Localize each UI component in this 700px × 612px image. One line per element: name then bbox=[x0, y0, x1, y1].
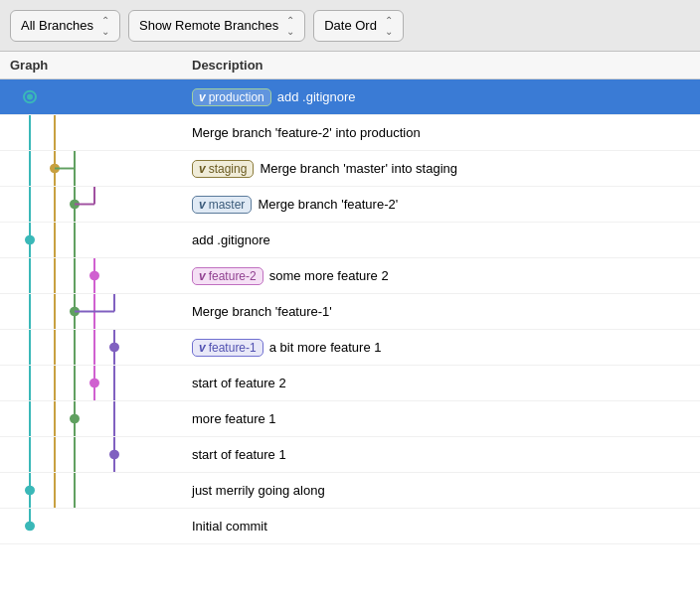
commit-message: Initial commit bbox=[192, 519, 267, 534]
commit-message: more feature 1 bbox=[192, 411, 276, 426]
table-row[interactable]: add .gitignore bbox=[0, 223, 700, 258]
svg-point-55 bbox=[25, 522, 35, 532]
graph-column-header: Graph bbox=[0, 58, 184, 73]
git-icon: v bbox=[199, 269, 206, 283]
table-row[interactable]: v feature-2 some more feature 2 bbox=[0, 258, 700, 294]
date-order-chevron: ⌃⌄ bbox=[385, 15, 393, 37]
show-remote-label: Show Remote Branches bbox=[139, 18, 278, 33]
commit-message: Merge branch 'master' into staging bbox=[260, 161, 457, 176]
table-row[interactable]: Merge branch 'feature-1' bbox=[0, 294, 700, 330]
commit-message: add .gitignore bbox=[277, 89, 356, 104]
description-column-header: Description bbox=[184, 58, 700, 73]
graph-cell bbox=[0, 437, 184, 472]
svg-point-1 bbox=[27, 94, 33, 100]
svg-point-16 bbox=[25, 235, 35, 245]
desc-cell: v feature-2 some more feature 2 bbox=[184, 267, 700, 285]
git-icon: v bbox=[199, 90, 206, 104]
branch-name: feature-2 bbox=[209, 269, 257, 283]
table-row[interactable]: v staging Merge branch 'master' into sta… bbox=[0, 151, 700, 187]
desc-cell: v feature-1 a bit more feature 1 bbox=[184, 339, 700, 357]
toolbar: All Branches ⌃⌄ Show Remote Branches ⌃⌄ … bbox=[0, 0, 700, 52]
svg-point-49 bbox=[109, 450, 119, 460]
desc-cell: start of feature 1 bbox=[184, 447, 700, 462]
desc-cell: add .gitignore bbox=[184, 232, 700, 247]
desc-cell: v master Merge branch 'feature-2' bbox=[184, 196, 700, 214]
graph-cell bbox=[0, 294, 184, 329]
commit-message: a bit more feature 1 bbox=[269, 340, 382, 355]
svg-point-53 bbox=[25, 486, 35, 496]
commit-message: add .gitignore bbox=[192, 232, 270, 247]
graph-cell bbox=[0, 258, 184, 293]
git-icon: v bbox=[199, 162, 206, 176]
branch-tag-staging: v staging bbox=[192, 160, 254, 178]
graph-cell bbox=[0, 115, 184, 150]
branch-tag-feature2: v feature-2 bbox=[192, 267, 263, 285]
desc-cell: v production add .gitignore bbox=[184, 88, 700, 106]
commit-list: v production add .gitignore Merge branch… bbox=[0, 79, 700, 612]
table-row[interactable]: v production add .gitignore bbox=[0, 79, 700, 115]
commit-message: Merge branch 'feature-1' bbox=[192, 304, 332, 319]
branch-tag-production: v production bbox=[192, 88, 271, 106]
show-remote-dropdown[interactable]: Show Remote Branches ⌃⌄ bbox=[128, 10, 305, 42]
desc-cell: Merge branch 'feature-1' bbox=[184, 304, 700, 319]
commit-message: just merrily going along bbox=[192, 483, 325, 498]
branch-name: master bbox=[209, 198, 246, 212]
desc-cell: more feature 1 bbox=[184, 411, 700, 426]
graph-cell bbox=[0, 473, 184, 508]
branch-tag-feature1: v feature-1 bbox=[192, 339, 263, 357]
graph-cell bbox=[0, 79, 184, 114]
graph-cell bbox=[0, 401, 184, 436]
date-order-label: Date Ord bbox=[324, 18, 377, 33]
table-row[interactable]: start of feature 2 bbox=[0, 366, 700, 401]
table-row[interactable]: v feature-1 a bit more feature 1 bbox=[0, 330, 700, 366]
branch-name: feature-1 bbox=[209, 341, 257, 355]
graph-cell bbox=[0, 366, 184, 400]
svg-point-39 bbox=[89, 379, 99, 388]
column-headers: Graph Description bbox=[0, 52, 700, 79]
desc-cell: Merge branch 'feature-2' into production bbox=[184, 125, 700, 140]
svg-point-33 bbox=[109, 343, 119, 353]
date-order-dropdown[interactable]: Date Ord ⌃⌄ bbox=[313, 10, 404, 42]
svg-point-44 bbox=[70, 414, 80, 424]
all-branches-label: All Branches bbox=[21, 18, 93, 33]
commit-message: Merge branch 'feature-2' into production bbox=[192, 125, 421, 140]
all-branches-chevron: ⌃⌄ bbox=[101, 15, 109, 37]
all-branches-dropdown[interactable]: All Branches ⌃⌄ bbox=[10, 10, 120, 42]
graph-cell bbox=[0, 223, 184, 257]
commit-message: start of feature 2 bbox=[192, 376, 286, 390]
table-row[interactable]: v master Merge branch 'feature-2' bbox=[0, 187, 700, 223]
graph-cell bbox=[0, 509, 184, 543]
commit-message: some more feature 2 bbox=[269, 268, 389, 283]
show-remote-chevron: ⌃⌄ bbox=[286, 15, 294, 37]
commit-message: start of feature 1 bbox=[192, 447, 286, 462]
desc-cell: v staging Merge branch 'master' into sta… bbox=[184, 160, 700, 178]
commit-message: Merge branch 'feature-2' bbox=[258, 197, 398, 212]
git-icon: v bbox=[199, 198, 206, 212]
desc-cell: Initial commit bbox=[184, 519, 700, 534]
content-area: Graph Description v production add .giti… bbox=[0, 52, 700, 612]
graph-cell bbox=[0, 330, 184, 365]
branch-name: staging bbox=[209, 162, 248, 176]
branch-name: production bbox=[209, 90, 264, 104]
table-row[interactable]: Merge branch 'feature-2' into production bbox=[0, 115, 700, 151]
table-row[interactable]: Initial commit bbox=[0, 509, 700, 544]
table-row[interactable]: start of feature 1 bbox=[0, 437, 700, 473]
git-icon: v bbox=[199, 341, 206, 355]
graph-cell bbox=[0, 151, 184, 186]
table-row[interactable]: more feature 1 bbox=[0, 401, 700, 437]
branch-tag-master: v master bbox=[192, 196, 252, 214]
desc-cell: just merrily going along bbox=[184, 483, 700, 498]
table-row[interactable]: just merrily going along bbox=[0, 473, 700, 509]
graph-cell bbox=[0, 187, 184, 222]
svg-point-21 bbox=[89, 271, 99, 281]
desc-cell: start of feature 2 bbox=[184, 376, 700, 390]
